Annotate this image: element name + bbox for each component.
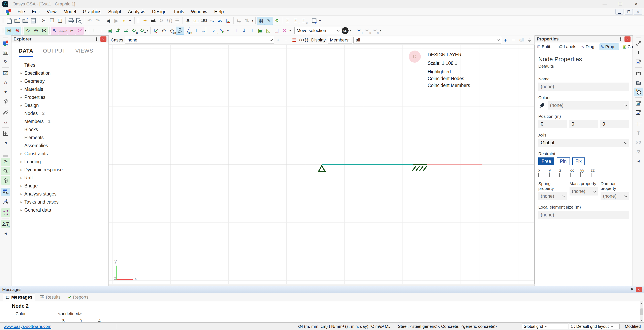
menu-design[interactable]: Design [148, 8, 170, 16]
view-top-icon[interactable]: ⌅ [1, 88, 10, 96]
grid-combobox[interactable]: Global grid [522, 323, 568, 329]
menu-analysis[interactable]: Analysis [124, 8, 149, 16]
resize-diagram-icon[interactable]: ↧ [634, 129, 643, 138]
deformed-shape-icon[interactable] [634, 69, 643, 78]
view-perspective-icon[interactable]: ⌂ [1, 118, 10, 126]
section-shape-icon[interactable]: I [634, 48, 643, 57]
explorer-item-design[interactable]: ▸Design [12, 101, 108, 109]
joint-add-icon[interactable]: ⚯+ [355, 27, 363, 35]
explorer-item-geometry[interactable]: ▸Geometry [12, 77, 108, 85]
new-table-view-icon[interactable]: ab+ [1, 48, 10, 57]
spring-property-select[interactable]: (none) [538, 192, 567, 200]
flip-vertical-icon[interactable]: ⇵ [114, 27, 122, 35]
pin-icon[interactable] [94, 37, 99, 41]
fewer-decimals-icon[interactable]: .00 [216, 17, 224, 25]
dof-z-checkbox[interactable] [559, 173, 570, 177]
explorer-item-raft[interactable]: ▸Raft [12, 174, 108, 182]
sum-add-icon[interactable]: Σ+ [292, 17, 300, 25]
rotate-view-icon[interactable]: ⟳ [1, 158, 10, 166]
case-increment-icon[interactable]: ＋ [274, 36, 282, 44]
display-entity-combobox[interactable]: Members [328, 37, 352, 44]
name-field[interactable]: (none) [538, 83, 629, 91]
dof-x-checkbox[interactable] [538, 173, 549, 177]
forward-icon[interactable]: ▶ [112, 17, 120, 25]
selection-mode-combobox[interactable]: Move selection [294, 27, 341, 34]
copy-icon[interactable]: ❐ [48, 17, 56, 25]
element-number-icon[interactable]: ╱123 [184, 27, 192, 35]
close-icon[interactable]: ✕ [100, 37, 106, 42]
position-y-field[interactable]: 0 [569, 120, 598, 128]
contour-settings-icon[interactable] [634, 99, 643, 108]
node-link-icon[interactable] [634, 39, 643, 48]
zoom-icon[interactable] [1, 167, 10, 175]
collapse-strip-icon[interactable]: ◀ [634, 157, 643, 165]
messages-scrollbar[interactable]: ▲ ▼ [640, 301, 644, 322]
section-number-icon[interactable]: I [192, 27, 200, 35]
explorer-item-titles[interactable]: Titles [12, 61, 108, 69]
toolbar-overflow-icon[interactable]: ▾ [128, 19, 132, 22]
toolbar-overflow-icon[interactable]: ▾ [379, 29, 382, 32]
view-section-icon[interactable]: ⌧ [1, 69, 10, 78]
menu-tools[interactable]: Tools [170, 8, 188, 16]
toolbar-overflow-icon[interactable]: ▾ [288, 29, 292, 32]
explorer-item-specification[interactable]: ▸Specification [12, 69, 108, 77]
pin-icon[interactable] [618, 37, 623, 41]
animation-icon[interactable] [634, 78, 643, 87]
tab-reports[interactable]: ✔Reports [65, 293, 91, 301]
rotate-x-icon[interactable]: ↻X [130, 27, 138, 35]
menu-help[interactable]: Help [211, 8, 227, 16]
global-axes-icon[interactable]: G [152, 27, 160, 35]
local-element-size-field[interactable]: (none) [538, 211, 629, 219]
views-flag-icon[interactable]: « [120, 17, 128, 25]
modify-box-icon[interactable]: ▣ [106, 27, 114, 35]
refresh-icon[interactable]: ↻ [157, 17, 165, 25]
toolbar-overflow-icon[interactable]: ▾ [146, 29, 149, 32]
label-settings-icon[interactable] [634, 58, 643, 66]
grid-layout-combobox[interactable]: 1 : Default grid layout [569, 323, 620, 329]
explorer-item-properties[interactable]: ▸Properties [12, 93, 108, 101]
rotate-y-icon[interactable]: ↻Y [138, 27, 146, 35]
select-nodes-tool[interactable] [1, 188, 10, 196]
toolbar-grip[interactable] [2, 28, 4, 33]
menu-graphics[interactable]: Graphics [80, 8, 105, 16]
toolbar-grip[interactable] [138, 18, 140, 23]
font-button[interactable]: A [184, 17, 192, 25]
colour-select[interactable]: (none) [548, 101, 629, 110]
grid-snap-toggle[interactable]: ⊞ [5, 27, 13, 35]
damper-property-select[interactable]: (none) [600, 192, 629, 200]
support-display-toggle[interactable] [176, 27, 184, 35]
redo-icon[interactable]: ↷ [94, 17, 102, 25]
tab-messages[interactable]: ▤Messages [3, 293, 35, 301]
dof-y-checkbox[interactable] [549, 173, 559, 177]
tab-results[interactable]: abResults [37, 293, 64, 301]
node-dot-icon[interactable]: ⊙ [160, 27, 168, 35]
oasys-website-link[interactable]: www.oasys-software.com [4, 324, 51, 329]
shrink-elements-toggle[interactable] [634, 88, 643, 96]
menu-view[interactable]: View [43, 8, 60, 16]
toolbar-grip[interactable] [3, 37, 8, 38]
explorer-item-blocks[interactable]: Blocks [12, 125, 108, 134]
support-fixed-icon[interactable]: ⟂ [248, 27, 256, 35]
joint-settings-icon[interactable]: ⚯⚙ [371, 27, 379, 35]
close-icon[interactable]: ✕ [636, 287, 642, 292]
edit-mode-toggle[interactable]: ✎ [265, 17, 273, 25]
print-add-icon[interactable] [310, 17, 318, 25]
more-decimals-icon[interactable]: +.0 [208, 17, 216, 25]
restraint-free-button[interactable]: Free [538, 157, 554, 165]
collapse-strip-icon[interactable]: ◀ [1, 229, 10, 238]
joint-delete-icon[interactable]: ⚯× [363, 27, 371, 35]
print-preview-button[interactable] [75, 17, 83, 25]
envelope-icon[interactable]: ☰ [290, 36, 298, 44]
selection-ok-button[interactable]: OK [341, 27, 349, 35]
back-icon[interactable]: ◀ [104, 17, 112, 25]
scroll-thumb[interactable] [640, 308, 643, 315]
toolbar-grip[interactable] [636, 37, 641, 38]
child-minimize-button[interactable]: ▁ [616, 9, 624, 15]
display-list-combobox[interactable]: all [354, 37, 501, 44]
window-close-button[interactable]: ✕ [628, 0, 644, 8]
child-close-button[interactable]: ✕ [634, 9, 642, 15]
explorer-item-general-data[interactable]: ▸General data [12, 206, 108, 214]
close-file-button[interactable] [21, 17, 30, 25]
support-pin-icon[interactable]: ⊥ [232, 27, 240, 35]
child-restore-button[interactable]: ❐ [625, 9, 633, 15]
